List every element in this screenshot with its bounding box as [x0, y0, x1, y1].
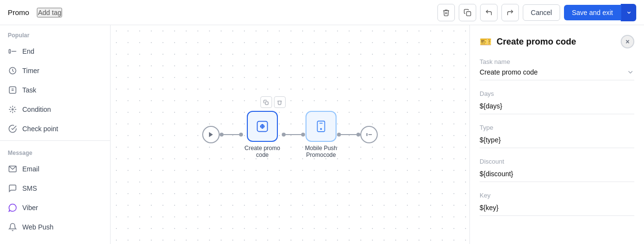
topbar-left: Promo Add tag — [8, 8, 62, 17]
sidebar-item-condition-label: Condition — [22, 106, 51, 113]
sidebar-item-sms-label: SMS — [22, 184, 37, 192]
sidebar-item-webpush-label: Web Push — [22, 223, 53, 231]
sidebar-item-webpush[interactable]: Web Push — [0, 217, 110, 237]
start-node[interactable] — [202, 126, 220, 143]
sms-icon — [8, 183, 17, 193]
svg-rect-13 — [317, 121, 324, 132]
timer-icon — [8, 66, 17, 76]
right-panel: 🎫 Create promo code × Task name Create p… — [469, 25, 644, 244]
task-icon — [8, 85, 17, 95]
task-node-box[interactable] — [247, 111, 278, 142]
chevron-down-icon — [627, 68, 634, 76]
sidebar-item-checkpoint[interactable]: Check point — [0, 119, 110, 138]
node-actions — [260, 96, 286, 108]
task-name-label: Task name — [480, 58, 634, 65]
canvas[interactable]: Create promo code Mobile PushPromocode — [111, 25, 469, 244]
svg-rect-10 — [266, 102, 269, 105]
connector-dot-3 — [282, 133, 286, 137]
task-name-value[interactable]: Create promo code — [480, 68, 538, 76]
connector-3 — [337, 133, 360, 137]
sidebar-section-popular: Popular — [0, 25, 110, 42]
sidebar: Popular End Timer — [0, 25, 111, 244]
mobile-push-label: Mobile PushPromocode — [305, 145, 337, 158]
sidebar-item-task-label: Task — [22, 86, 36, 94]
sidebar-item-checkpoint-label: Check point — [22, 125, 58, 133]
discount-label: Discount — [480, 158, 634, 165]
sidebar-item-end[interactable]: End — [0, 42, 110, 61]
type-label: Type — [480, 124, 634, 131]
flow-container: Create promo code Mobile PushPromocode — [202, 111, 378, 158]
days-input[interactable] — [480, 100, 634, 114]
sidebar-item-condition[interactable]: Condition — [0, 100, 110, 119]
svg-rect-15 — [366, 133, 368, 136]
create-promo-label: Create promo code — [243, 145, 282, 158]
mobile-node-box[interactable] — [306, 111, 337, 142]
panel-title-group: 🎫 Create promo code — [480, 36, 576, 47]
end-icon — [8, 46, 17, 56]
svg-point-14 — [321, 128, 322, 129]
svg-marker-9 — [209, 132, 213, 137]
panel-header: 🎫 Create promo code × — [480, 35, 634, 48]
add-tag-button[interactable]: Add tag — [37, 8, 62, 17]
connector-dot-2 — [239, 133, 243, 137]
undo-button[interactable] — [480, 4, 498, 21]
sidebar-item-viber-label: Viber — [22, 204, 38, 212]
task-name-value-row: Create promo code — [480, 68, 634, 80]
connector-dot-4 — [301, 133, 305, 137]
key-input[interactable] — [480, 202, 634, 216]
condition-icon — [8, 105, 17, 114]
connector-dot-1 — [220, 133, 224, 137]
page-title: Promo — [8, 8, 29, 16]
svg-rect-0 — [467, 12, 471, 16]
panel-title: Create promo code — [497, 37, 576, 47]
key-label: Key — [480, 192, 634, 199]
node-copy-button[interactable] — [260, 96, 272, 108]
node-delete-button[interactable] — [274, 96, 286, 108]
sidebar-section-message: Message — [0, 143, 110, 159]
viber-icon — [8, 203, 17, 213]
checkpoint-icon — [8, 124, 17, 134]
sidebar-item-end-label: End — [22, 47, 34, 55]
save-exit-button[interactable]: Save and exit — [564, 5, 621, 20]
type-field: Type — [480, 124, 634, 148]
connector-dot-5 — [337, 133, 341, 137]
mobile-push-node[interactable]: Mobile PushPromocode — [305, 111, 337, 158]
sidebar-item-email-label: Email — [22, 165, 39, 173]
save-exit-dropdown[interactable] — [621, 4, 636, 21]
connector-dot-6 — [356, 133, 360, 137]
svg-point-7 — [12, 109, 14, 110]
sidebar-item-timer[interactable]: Timer — [0, 61, 110, 80]
connector-2 — [282, 133, 305, 137]
delete-button[interactable] — [437, 4, 455, 21]
topbar-right: Cancel Save and exit — [437, 4, 636, 21]
sidebar-item-viber[interactable]: Viber — [0, 198, 110, 217]
sidebar-item-timer-label: Timer — [22, 67, 39, 75]
redo-button[interactable] — [501, 4, 519, 21]
main-content: Popular End Timer — [0, 25, 644, 244]
sidebar-item-email[interactable]: Email — [0, 159, 110, 179]
create-promo-node[interactable]: Create promo code — [243, 111, 282, 158]
sidebar-divider — [0, 140, 110, 141]
task-name-field: Task name Create promo code — [480, 58, 634, 80]
svg-rect-1 — [9, 49, 11, 53]
save-exit-group: Save and exit — [564, 4, 636, 21]
days-label: Days — [480, 90, 634, 97]
add-tag-label: Add tag — [38, 9, 61, 16]
cancel-button[interactable]: Cancel — [523, 4, 561, 21]
webpush-icon — [8, 222, 17, 232]
sidebar-item-sms[interactable]: SMS — [0, 179, 110, 198]
discount-field: Discount — [480, 158, 634, 182]
copy-button[interactable] — [459, 4, 476, 21]
start-node-connector — [202, 126, 243, 143]
email-icon — [8, 164, 17, 174]
type-input[interactable] — [480, 134, 634, 148]
end-node[interactable] — [360, 126, 378, 143]
topbar: Promo Add tag — [0, 0, 644, 25]
sidebar-item-task[interactable]: Task — [0, 80, 110, 100]
panel-close-button[interactable]: × — [621, 35, 634, 48]
panel-icon: 🎫 — [480, 36, 492, 47]
connector-line-1 — [224, 134, 239, 135]
key-field: Key — [480, 192, 634, 216]
connector-line-3 — [341, 134, 356, 135]
discount-input[interactable] — [480, 168, 634, 182]
